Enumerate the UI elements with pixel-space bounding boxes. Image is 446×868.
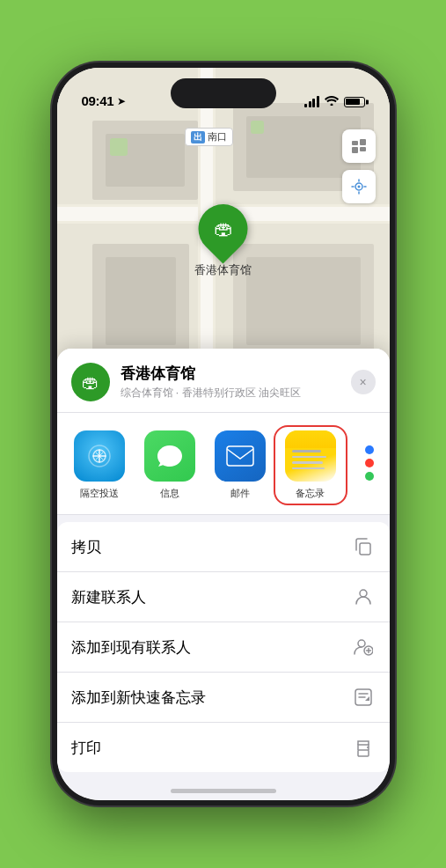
airdrop-icon (74, 430, 125, 482)
location-button[interactable] (342, 170, 376, 203)
status-icons (304, 95, 365, 108)
venue-info: 香港体育馆 综合体育馆 · 香港特别行政区 油尖旺区 (121, 364, 351, 401)
svg-rect-18 (360, 139, 366, 145)
battery-icon (344, 97, 365, 107)
location-pin[interactable]: 🏟 香港体育馆 (194, 204, 252, 278)
notes-label: 备忘录 (296, 487, 325, 500)
mail-app-item[interactable]: 邮件 (205, 430, 275, 500)
more-apps-item[interactable] (349, 438, 390, 494)
home-indicator (171, 789, 276, 793)
svg-rect-26 (360, 543, 370, 555)
svg-rect-20 (360, 147, 366, 151)
close-button[interactable]: × (351, 370, 376, 394)
phone-screen: 09:41 ➤ (57, 68, 390, 800)
phone-frame: 09:41 ➤ (52, 63, 395, 805)
dynamic-island (171, 78, 276, 108)
location-icon: ➤ (117, 95, 126, 107)
venue-icon: 🏟 (71, 363, 110, 401)
note-icon (351, 685, 376, 710)
notes-icon (285, 430, 336, 482)
print-action[interactable]: 打印 (57, 723, 390, 772)
quick-note-label: 添加到新快速备忘录 (71, 688, 206, 708)
messages-app-item[interactable]: 信息 (135, 430, 205, 500)
airdrop-label: 隔空投送 (80, 487, 119, 500)
svg-rect-17 (352, 141, 358, 145)
svg-point-22 (357, 186, 360, 188)
airdrop-app-item[interactable]: 隔空投送 (64, 430, 135, 500)
signal-bars (304, 96, 319, 107)
svg-rect-16 (251, 121, 264, 134)
svg-rect-15 (110, 138, 128, 156)
venue-subtitle: 综合体育馆 · 香港特别行政区 油尖旺区 (121, 386, 351, 401)
person-add-icon (351, 635, 376, 659)
svg-rect-10 (106, 257, 176, 345)
svg-rect-25 (227, 446, 253, 466)
pin-circle: 🏟 (188, 194, 258, 263)
pin-label: 香港体育馆 (194, 262, 252, 278)
action-list: 拷贝 新建联系人 (57, 522, 390, 772)
copy-action[interactable]: 拷贝 (57, 522, 390, 572)
messages-label: 信息 (160, 487, 179, 500)
share-apps-row: 隔空投送 信息 (57, 413, 390, 515)
svg-rect-19 (352, 147, 358, 153)
more-apps-area (349, 438, 390, 489)
venue-name: 香港体育馆 (121, 364, 351, 384)
messages-icon (144, 430, 195, 482)
add-existing-contact-label: 添加到现有联系人 (71, 637, 191, 658)
map-controls (342, 129, 376, 210)
new-contact-action[interactable]: 新建联系人 (57, 572, 390, 622)
pin-inner: 🏟 (214, 217, 233, 240)
svg-point-32 (367, 747, 369, 748)
svg-rect-31 (358, 750, 369, 756)
map-exit-label: 出 南口 (185, 128, 233, 146)
mail-icon (215, 430, 266, 482)
svg-rect-12 (246, 257, 361, 345)
map-type-button[interactable] (342, 129, 376, 163)
svg-point-28 (358, 640, 365, 647)
print-icon (351, 735, 376, 760)
wifi-icon (325, 95, 339, 108)
new-contact-label: 新建联系人 (71, 587, 146, 607)
notes-app-item[interactable]: 备忘录 (275, 427, 346, 504)
print-label: 打印 (71, 738, 101, 758)
sheet-header: 🏟 香港体育馆 综合体育馆 · 香港特别行政区 油尖旺区 × (57, 349, 390, 413)
copy-icon (351, 534, 376, 559)
add-existing-contact-action[interactable]: 添加到现有联系人 (57, 622, 390, 673)
copy-label: 拷贝 (71, 537, 101, 557)
person-icon (351, 585, 376, 609)
status-time: 09:41 (82, 93, 114, 108)
mail-label: 邮件 (230, 487, 250, 500)
bottom-sheet: 🏟 香港体育馆 综合体育馆 · 香港特别行政区 油尖旺区 × (57, 349, 390, 800)
quick-note-action[interactable]: 添加到新快速备忘录 (57, 673, 390, 723)
svg-point-27 (360, 590, 367, 597)
